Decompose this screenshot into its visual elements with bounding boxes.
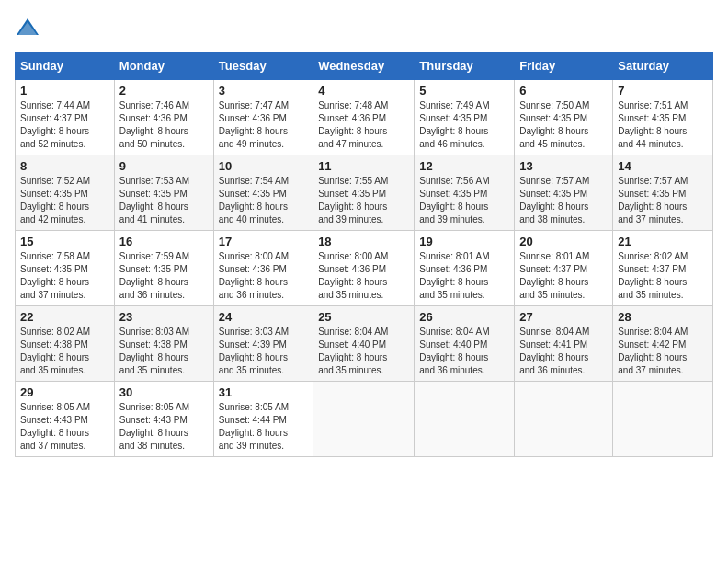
- day-number: 15: [20, 235, 109, 248]
- day-info: Sunrise: 8:00 AM Sunset: 4:36 PM Dayligh…: [318, 250, 409, 302]
- day-number: 14: [618, 159, 708, 173]
- day-number: 29: [20, 385, 109, 399]
- day-cell: 25Sunrise: 8:04 AM Sunset: 4:40 PM Dayli…: [313, 306, 415, 382]
- day-info: Sunrise: 7:58 AM Sunset: 4:35 PM Dayligh…: [20, 250, 109, 302]
- header-wednesday: Wednesday: [313, 52, 415, 80]
- day-info: Sunrise: 8:04 AM Sunset: 4:40 PM Dayligh…: [318, 326, 409, 377]
- day-info: Sunrise: 7:53 AM Sunset: 4:35 PM Dayligh…: [119, 175, 209, 226]
- week-row-3: 15Sunrise: 7:58 AM Sunset: 4:35 PM Dayli…: [16, 231, 713, 306]
- day-cell: 24Sunrise: 8:03 AM Sunset: 4:39 PM Dayli…: [213, 306, 313, 382]
- day-info: Sunrise: 7:51 AM Sunset: 4:35 PM Dayligh…: [618, 99, 708, 151]
- day-info: Sunrise: 7:44 AM Sunset: 4:37 PM Dayligh…: [20, 99, 109, 151]
- day-info: Sunrise: 8:04 AM Sunset: 4:42 PM Dayligh…: [618, 326, 708, 377]
- day-cell: 14Sunrise: 7:57 AM Sunset: 4:35 PM Dayli…: [613, 155, 713, 231]
- day-cell: 21Sunrise: 8:02 AM Sunset: 4:37 PM Dayli…: [613, 231, 713, 306]
- day-info: Sunrise: 7:50 AM Sunset: 4:35 PM Dayligh…: [519, 99, 608, 151]
- day-number: 16: [119, 235, 209, 248]
- day-info: Sunrise: 7:46 AM Sunset: 4:36 PM Dayligh…: [119, 99, 209, 151]
- day-cell: [313, 382, 415, 457]
- day-info: Sunrise: 8:02 AM Sunset: 4:38 PM Dayligh…: [20, 326, 109, 377]
- header-tuesday: Tuesday: [213, 52, 313, 80]
- day-info: Sunrise: 7:59 AM Sunset: 4:35 PM Dayligh…: [119, 250, 209, 302]
- day-cell: 3Sunrise: 7:47 AM Sunset: 4:36 PM Daylig…: [213, 80, 313, 155]
- page-header: [15, 15, 713, 40]
- day-info: Sunrise: 7:49 AM Sunset: 4:35 PM Dayligh…: [419, 99, 509, 151]
- header-sunday: Sunday: [16, 52, 115, 80]
- day-cell: 29Sunrise: 8:05 AM Sunset: 4:43 PM Dayli…: [16, 382, 115, 457]
- week-row-2: 8Sunrise: 7:52 AM Sunset: 4:35 PM Daylig…: [16, 155, 713, 231]
- day-cell: 19Sunrise: 8:01 AM Sunset: 4:36 PM Dayli…: [415, 231, 515, 306]
- day-number: 24: [219, 310, 308, 324]
- day-cell: 18Sunrise: 8:00 AM Sunset: 4:36 PM Dayli…: [313, 231, 415, 306]
- day-info: Sunrise: 7:57 AM Sunset: 4:35 PM Dayligh…: [618, 175, 708, 226]
- day-cell: 10Sunrise: 7:54 AM Sunset: 4:35 PM Dayli…: [213, 155, 313, 231]
- header-monday: Monday: [114, 52, 213, 80]
- logo: [15, 15, 44, 40]
- day-number: 3: [219, 84, 308, 98]
- day-info: Sunrise: 7:55 AM Sunset: 4:35 PM Dayligh…: [318, 175, 409, 226]
- day-info: Sunrise: 7:54 AM Sunset: 4:35 PM Dayligh…: [219, 175, 308, 226]
- day-number: 1: [20, 84, 109, 98]
- day-number: 10: [219, 159, 308, 173]
- day-number: 23: [119, 310, 209, 324]
- day-cell: 20Sunrise: 8:01 AM Sunset: 4:37 PM Dayli…: [515, 231, 613, 306]
- day-number: 30: [119, 385, 209, 399]
- week-row-4: 22Sunrise: 8:02 AM Sunset: 4:38 PM Dayli…: [16, 306, 713, 382]
- day-number: 7: [618, 84, 708, 98]
- day-cell: 30Sunrise: 8:05 AM Sunset: 4:43 PM Dayli…: [114, 382, 213, 457]
- day-number: 9: [119, 159, 209, 173]
- day-number: 11: [318, 159, 409, 173]
- day-number: 17: [219, 235, 308, 248]
- day-info: Sunrise: 8:05 AM Sunset: 4:43 PM Dayligh…: [20, 401, 109, 453]
- day-number: 26: [419, 310, 509, 324]
- day-cell: 31Sunrise: 8:05 AM Sunset: 4:44 PM Dayli…: [213, 382, 313, 457]
- day-cell: 6Sunrise: 7:50 AM Sunset: 4:35 PM Daylig…: [515, 80, 613, 155]
- day-cell: 7Sunrise: 7:51 AM Sunset: 4:35 PM Daylig…: [613, 80, 713, 155]
- day-cell: [613, 382, 713, 457]
- day-cell: [415, 382, 515, 457]
- day-info: Sunrise: 7:56 AM Sunset: 4:35 PM Dayligh…: [419, 175, 509, 226]
- day-number: 27: [519, 310, 608, 324]
- day-info: Sunrise: 8:04 AM Sunset: 4:40 PM Dayligh…: [419, 326, 509, 377]
- day-number: 4: [318, 84, 409, 98]
- day-cell: 12Sunrise: 7:56 AM Sunset: 4:35 PM Dayli…: [415, 155, 515, 231]
- day-cell: 2Sunrise: 7:46 AM Sunset: 4:36 PM Daylig…: [114, 80, 213, 155]
- day-number: 22: [20, 310, 109, 324]
- day-number: 5: [419, 84, 509, 98]
- day-info: Sunrise: 7:48 AM Sunset: 4:36 PM Dayligh…: [318, 99, 409, 151]
- day-info: Sunrise: 8:05 AM Sunset: 4:43 PM Dayligh…: [119, 401, 209, 453]
- week-row-1: 1Sunrise: 7:44 AM Sunset: 4:37 PM Daylig…: [16, 80, 713, 155]
- day-cell: 17Sunrise: 8:00 AM Sunset: 4:36 PM Dayli…: [213, 231, 313, 306]
- day-number: 19: [419, 235, 509, 248]
- day-cell: 8Sunrise: 7:52 AM Sunset: 4:35 PM Daylig…: [16, 155, 115, 231]
- day-info: Sunrise: 7:47 AM Sunset: 4:36 PM Dayligh…: [219, 99, 308, 151]
- header-thursday: Thursday: [415, 52, 515, 80]
- header-row: SundayMondayTuesdayWednesdayThursdayFrid…: [16, 52, 713, 80]
- day-number: 20: [519, 235, 608, 248]
- day-info: Sunrise: 8:01 AM Sunset: 4:37 PM Dayligh…: [519, 250, 608, 302]
- day-info: Sunrise: 8:03 AM Sunset: 4:39 PM Dayligh…: [219, 326, 308, 377]
- day-info: Sunrise: 8:03 AM Sunset: 4:38 PM Dayligh…: [119, 326, 209, 377]
- day-info: Sunrise: 8:02 AM Sunset: 4:37 PM Dayligh…: [618, 250, 708, 302]
- day-info: Sunrise: 8:01 AM Sunset: 4:36 PM Dayligh…: [419, 250, 509, 302]
- header-saturday: Saturday: [613, 52, 713, 80]
- day-number: 31: [219, 385, 308, 399]
- day-number: 8: [20, 159, 109, 173]
- day-number: 28: [618, 310, 708, 324]
- calendar-table: SundayMondayTuesdayWednesdayThursdayFrid…: [15, 52, 713, 457]
- day-number: 25: [318, 310, 409, 324]
- day-number: 21: [618, 235, 708, 248]
- day-cell: 27Sunrise: 8:04 AM Sunset: 4:41 PM Dayli…: [515, 306, 613, 382]
- day-cell: 16Sunrise: 7:59 AM Sunset: 4:35 PM Dayli…: [114, 231, 213, 306]
- day-cell: 23Sunrise: 8:03 AM Sunset: 4:38 PM Dayli…: [114, 306, 213, 382]
- week-row-5: 29Sunrise: 8:05 AM Sunset: 4:43 PM Dayli…: [16, 382, 713, 457]
- day-cell: 13Sunrise: 7:57 AM Sunset: 4:35 PM Dayli…: [515, 155, 613, 231]
- day-number: 6: [519, 84, 608, 98]
- day-cell: 11Sunrise: 7:55 AM Sunset: 4:35 PM Dayli…: [313, 155, 415, 231]
- day-cell: 1Sunrise: 7:44 AM Sunset: 4:37 PM Daylig…: [16, 80, 115, 155]
- day-number: 13: [519, 159, 608, 173]
- header-friday: Friday: [515, 52, 613, 80]
- day-number: 2: [119, 84, 209, 98]
- day-info: Sunrise: 8:05 AM Sunset: 4:44 PM Dayligh…: [219, 401, 308, 453]
- day-info: Sunrise: 8:00 AM Sunset: 4:36 PM Dayligh…: [219, 250, 308, 302]
